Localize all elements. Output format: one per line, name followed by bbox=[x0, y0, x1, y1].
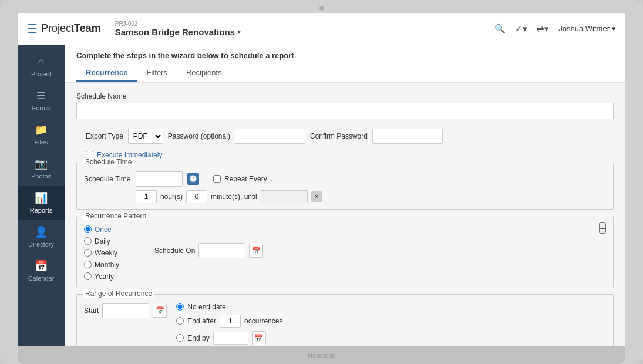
user-caret-icon: ▾ bbox=[612, 24, 616, 33]
clock-button[interactable]: 🕐 bbox=[187, 173, 199, 185]
sidebar-label-project: Project bbox=[31, 70, 51, 77]
confirm-password-label: Confirm Password bbox=[310, 132, 368, 140]
laptop-frame: ☰ ProjectTeam PRJ-002 Samson Bridge Reno… bbox=[0, 0, 643, 364]
schedule-time-input[interactable] bbox=[136, 171, 183, 187]
schedule-on-label: Schedule On bbox=[154, 247, 195, 255]
shuffle-icon[interactable]: ⇌▾ bbox=[537, 23, 549, 34]
schedule-on-input[interactable] bbox=[198, 243, 245, 258]
logo: ☰ ProjectTeam bbox=[27, 22, 101, 36]
hours-input[interactable] bbox=[136, 190, 157, 203]
minutes-input[interactable] bbox=[186, 190, 207, 203]
sidebar-label-files: Files bbox=[34, 139, 48, 146]
schedule-time-legend: Schedule Time bbox=[83, 158, 134, 166]
sidebar-item-photos[interactable]: 📷 Photos bbox=[18, 151, 65, 186]
forms-icon: ☰ bbox=[36, 89, 46, 102]
schedule-time-label: Schedule Time bbox=[84, 175, 131, 183]
start-input[interactable] bbox=[102, 303, 149, 318]
project-name[interactable]: Samson Bridge Renovations ▾ bbox=[115, 27, 495, 37]
hours-label: hour(s) bbox=[160, 193, 183, 201]
range-row: Start 📅 No end date bbox=[84, 303, 606, 345]
range-options: No end date End after occurrences bbox=[176, 303, 282, 345]
schedule-name-input[interactable] bbox=[76, 103, 614, 119]
radio-once[interactable]: Once bbox=[84, 225, 131, 234]
tab-recurrence[interactable]: Recurrence bbox=[76, 65, 137, 82]
password-input[interactable] bbox=[235, 129, 305, 144]
recurrence-pattern-content: Once Daily Weekly bbox=[84, 225, 606, 281]
project-info: PRJ-002 Samson Bridge Renovations ▾ bbox=[115, 21, 495, 37]
content-area: Complete the steps in the wizard below t… bbox=[65, 45, 625, 346]
reports-icon: 📊 bbox=[35, 191, 48, 204]
end-by-label: End by bbox=[187, 334, 209, 342]
password-label: Password (optional) bbox=[168, 132, 230, 140]
schedule-time-row: Schedule Time 🕐 Repeat Every .. bbox=[84, 171, 606, 187]
schedule-name-label: Schedule Name bbox=[76, 92, 614, 100]
start-label: Start bbox=[84, 306, 99, 315]
end-after-label: End after bbox=[187, 317, 216, 325]
recurrence-pattern-section: Recurrence Pattern Once bbox=[76, 217, 614, 287]
collapse-button[interactable]: – bbox=[599, 222, 606, 234]
export-type-select[interactable]: PDF Excel CSV bbox=[128, 129, 163, 144]
recurrence-pattern-body: Once Daily Weekly bbox=[77, 217, 613, 287]
content-header: Complete the steps in the wizard below t… bbox=[65, 45, 625, 83]
range-recurrence-section: Range of Recurrence Start 📅 bbox=[76, 294, 614, 346]
sidebar: ⌂ Project ☰ Forms 📁 Files 📷 Photos 📊 bbox=[18, 45, 65, 346]
repeat-every-label: Repeat Every .. bbox=[224, 175, 273, 183]
range-radio-end-after[interactable]: End after occurrences bbox=[176, 315, 282, 328]
recurrence-pattern-legend: Recurrence Pattern bbox=[83, 212, 149, 220]
form-content: Schedule Name Export Type PDF Excel CSV … bbox=[65, 83, 625, 346]
minutes-label: minute(s), until bbox=[211, 193, 257, 201]
export-type-label: Export Type bbox=[86, 132, 123, 140]
search-icon[interactable]: 🔍 bbox=[494, 23, 506, 34]
end-by-calendar-button[interactable]: 📅 bbox=[252, 331, 266, 345]
radio-monthly-label: Monthly bbox=[95, 261, 119, 269]
files-icon: 📁 bbox=[35, 123, 48, 136]
top-actions: 🔍 ✓▾ ⇌▾ Joshua Witmer ▾ bbox=[494, 23, 616, 34]
radio-daily[interactable]: Daily bbox=[84, 237, 131, 245]
logo-icon: ☰ bbox=[27, 22, 38, 36]
project-dropdown-icon: ▾ bbox=[237, 28, 241, 36]
radio-monthly[interactable]: Monthly bbox=[84, 261, 131, 269]
radio-once-label: Once bbox=[95, 225, 112, 234]
occurrences-label: occurrences bbox=[244, 317, 282, 325]
sidebar-item-forms[interactable]: ☰ Forms bbox=[18, 83, 65, 117]
schedule-time-body: Schedule Time 🕐 Repeat Every .. bbox=[77, 163, 613, 209]
sidebar-label-reports: Reports bbox=[30, 207, 53, 214]
sidebar-label-calendar: Calendar bbox=[28, 275, 55, 282]
photos-icon: 📷 bbox=[35, 157, 48, 170]
radio-yearly[interactable]: Yearly bbox=[84, 272, 131, 281]
range-radio-end-by[interactable]: End by 📅 bbox=[176, 331, 282, 345]
tab-recipients[interactable]: Recipients bbox=[177, 65, 231, 82]
project-id: PRJ-002 bbox=[115, 21, 495, 27]
sidebar-item-reports[interactable]: 📊 Reports bbox=[18, 186, 65, 220]
repeat-inputs-row: hour(s) minute(s), until × bbox=[136, 190, 606, 203]
check-menu-icon[interactable]: ✓▾ bbox=[515, 23, 527, 34]
until-input[interactable] bbox=[261, 190, 308, 203]
recurrence-radio-group: Once Daily Weekly bbox=[84, 225, 131, 281]
occurrences-input[interactable] bbox=[220, 315, 241, 328]
sidebar-item-directory[interactable]: 👤 Directory bbox=[18, 220, 65, 254]
repeat-every-checkbox[interactable] bbox=[213, 175, 221, 183]
user-menu[interactable]: Joshua Witmer ▾ bbox=[558, 24, 616, 33]
range-radio-no-end[interactable]: No end date bbox=[176, 303, 282, 311]
sidebar-label-directory: Directory bbox=[28, 241, 54, 248]
sidebar-item-calendar[interactable]: 📅 Calendar bbox=[18, 254, 65, 288]
top-bar: ☰ ProjectTeam PRJ-002 Samson Bridge Reno… bbox=[18, 13, 625, 45]
confirm-password-input[interactable] bbox=[372, 129, 443, 144]
schedule-name-section: Schedule Name bbox=[76, 92, 614, 119]
export-row: Export Type PDF Excel CSV Password (opti… bbox=[76, 125, 614, 147]
sidebar-label-forms: Forms bbox=[32, 105, 50, 112]
radio-weekly[interactable]: Weekly bbox=[84, 249, 131, 257]
wizard-title: Complete the steps in the wizard below t… bbox=[76, 51, 614, 60]
end-by-input[interactable] bbox=[213, 332, 248, 345]
laptop-camera bbox=[319, 6, 324, 11]
sidebar-label-photos: Photos bbox=[31, 173, 51, 180]
tab-filters[interactable]: Filters bbox=[137, 65, 177, 82]
start-calendar-button[interactable]: 📅 bbox=[153, 304, 167, 318]
range-recurrence-legend: Range of Recurrence bbox=[83, 289, 154, 298]
main-layout: ⌂ Project ☰ Forms 📁 Files 📷 Photos 📊 bbox=[18, 45, 625, 346]
clear-until-button[interactable]: × bbox=[311, 191, 322, 202]
sidebar-item-project[interactable]: ⌂ Project bbox=[18, 50, 65, 83]
execute-row: Execute Immediately bbox=[76, 147, 614, 163]
sidebar-item-files[interactable]: 📁 Files bbox=[18, 117, 65, 151]
schedule-on-calendar-button[interactable]: 📅 bbox=[249, 244, 263, 258]
